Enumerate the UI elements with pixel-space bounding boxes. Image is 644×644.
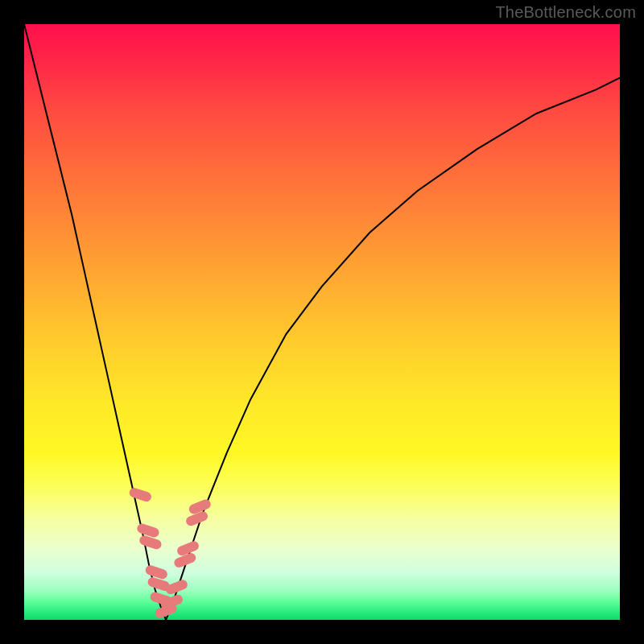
watermark-text: TheBottleneck.com bbox=[495, 3, 636, 22]
marker-dot bbox=[144, 564, 168, 580]
outer-frame: TheBottleneck.com bbox=[0, 0, 644, 644]
marker-dot bbox=[138, 535, 163, 551]
marker-dot bbox=[136, 522, 160, 539]
chart-svg bbox=[24, 24, 620, 620]
marker-group bbox=[128, 487, 212, 620]
right-curve bbox=[166, 78, 620, 620]
plot-area bbox=[24, 24, 620, 620]
marker-dot bbox=[128, 487, 152, 503]
